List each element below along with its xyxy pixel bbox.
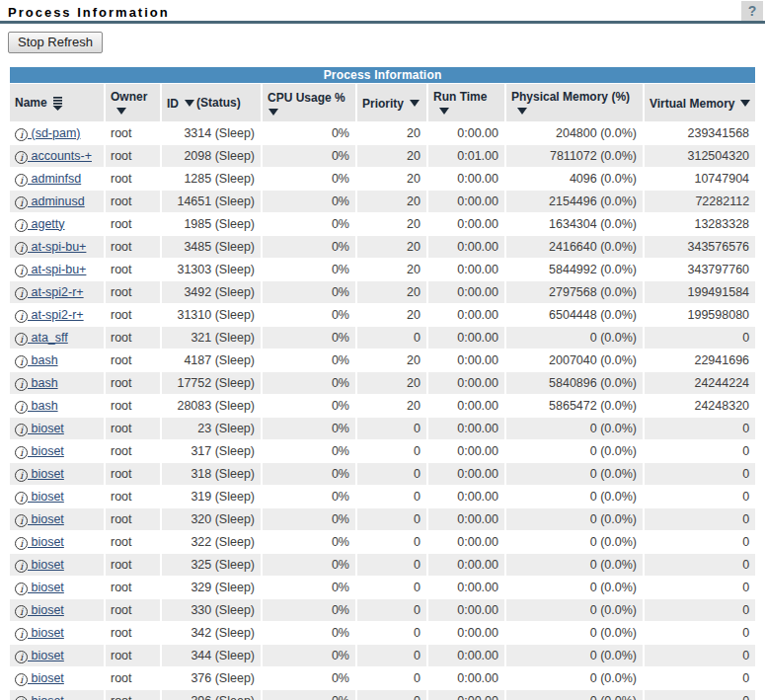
cell-id-status: 325 (Sleep) <box>162 554 261 576</box>
process-link[interactable]: bioset <box>28 581 64 594</box>
info-icon[interactable]: i <box>15 174 28 187</box>
cell-owner: root <box>106 486 160 507</box>
process-link[interactable]: adminusd <box>28 194 85 208</box>
column-header-priority[interactable]: Priority <box>357 84 426 121</box>
column-header-run-time[interactable]: Run Time <box>428 84 504 121</box>
process-link[interactable]: bash <box>28 376 58 390</box>
column-label-run-time: Run Time <box>433 89 487 103</box>
process-link[interactable]: at-spi2-r+ <box>28 285 84 299</box>
active-sort-desc-icon[interactable] <box>51 96 64 111</box>
column-header-name[interactable]: Name <box>10 84 104 121</box>
process-link[interactable]: at-spi2-r+ <box>28 308 84 322</box>
info-icon[interactable]: i <box>15 696 28 700</box>
column-header-id-status[interactable]: ID(Status) <box>162 84 261 121</box>
info-icon[interactable]: i <box>15 446 28 459</box>
info-icon[interactable]: i <box>15 401 28 414</box>
table-row: i adminfsdroot1285 (Sleep)0%200:00.00409… <box>10 168 755 190</box>
cell-cpu: 0% <box>263 259 355 280</box>
column-header-cpu-usage[interactable]: CPU Usage % <box>263 84 355 121</box>
help-icon[interactable]: ? <box>741 1 763 21</box>
cell-owner: root <box>106 236 160 258</box>
process-link[interactable]: (sd-pam) <box>28 126 80 140</box>
cell-owner: root <box>106 418 160 439</box>
cell-priority: 20 <box>357 259 426 280</box>
info-icon[interactable]: i <box>15 151 28 164</box>
process-link[interactable]: bioset <box>28 467 64 481</box>
cell-id-status: 4187 (Sleep) <box>162 350 261 371</box>
info-icon[interactable]: i <box>15 514 28 527</box>
cell-name: i bioset <box>10 463 104 485</box>
cell-id-status: 330 (Sleep) <box>162 599 261 621</box>
column-header-owner[interactable]: Owner <box>106 84 160 121</box>
process-link[interactable]: bash <box>28 353 58 367</box>
sort-desc-icon[interactable] <box>410 100 420 107</box>
cell-cpu: 0% <box>263 667 355 689</box>
info-icon[interactable]: i <box>15 583 28 595</box>
info-icon[interactable]: i <box>15 673 28 686</box>
process-link[interactable]: bioset <box>28 558 64 572</box>
table-row: i biosetroot325 (Sleep)0%00:00.000 (0.0%… <box>10 554 755 576</box>
info-icon[interactable]: i <box>15 265 28 277</box>
cell-id-status: 318 (Sleep) <box>162 463 261 485</box>
process-link[interactable]: bioset <box>28 490 64 504</box>
info-icon[interactable]: i <box>15 628 28 641</box>
process-link[interactable]: agetty <box>28 217 65 231</box>
process-link[interactable]: ata_sff <box>28 331 68 345</box>
process-link[interactable]: bioset <box>28 694 64 700</box>
cell-cpu: 0% <box>263 122 355 144</box>
process-link[interactable]: bioset <box>28 444 64 458</box>
cell-id-status: 321 (Sleep) <box>162 327 261 349</box>
process-link[interactable]: bioset <box>28 649 64 662</box>
process-link[interactable]: bioset <box>28 422 64 435</box>
process-link[interactable]: at-spi-bu+ <box>28 263 86 276</box>
process-link[interactable]: bash <box>28 399 58 413</box>
process-link[interactable]: bioset <box>28 603 64 617</box>
process-link[interactable]: adminfsd <box>28 172 81 186</box>
sort-desc-icon[interactable] <box>439 108 449 115</box>
cell-priority: 20 <box>357 281 426 303</box>
info-icon[interactable]: i <box>15 287 28 300</box>
column-header-virtual-memory[interactable]: Virtual Memory <box>645 84 755 121</box>
sort-desc-icon[interactable] <box>185 100 194 107</box>
cell-id-status: 376 (Sleep) <box>162 667 261 689</box>
sort-desc-icon[interactable] <box>517 108 527 115</box>
info-icon[interactable]: i <box>15 378 28 391</box>
info-icon[interactable]: i <box>15 492 28 505</box>
sort-desc-icon[interactable] <box>116 108 126 115</box>
sort-desc-icon[interactable] <box>740 100 750 107</box>
info-icon[interactable]: i <box>15 310 28 323</box>
info-icon[interactable]: i <box>15 424 28 436</box>
process-link[interactable]: accounts-+ <box>28 149 92 163</box>
process-link[interactable]: bioset <box>28 626 64 640</box>
cell-name: i bioset <box>10 645 104 666</box>
stop-refresh-button[interactable]: Stop Refresh <box>8 32 103 53</box>
info-icon[interactable]: i <box>15 605 28 618</box>
process-link[interactable]: bioset <box>28 671 64 685</box>
column-header-physical-memory[interactable]: Physical Memory (%) <box>506 84 643 121</box>
info-icon[interactable]: i <box>15 219 28 232</box>
cell-run-time: 0:00.00 <box>428 259 504 280</box>
info-icon[interactable]: i <box>15 128 28 141</box>
cell-name: i bioset <box>10 418 104 439</box>
info-icon[interactable]: i <box>15 333 28 346</box>
cell-priority: 0 <box>357 690 426 700</box>
cell-virtual-memory: 312504320 <box>645 145 755 167</box>
info-icon[interactable]: i <box>15 242 28 255</box>
cell-id-status: 322 (Sleep) <box>162 531 261 553</box>
process-link[interactable]: bioset <box>28 535 64 549</box>
info-icon[interactable]: i <box>15 196 28 209</box>
cell-virtual-memory: 343797760 <box>645 259 755 280</box>
info-icon[interactable]: i <box>15 355 28 368</box>
info-icon[interactable]: i <box>15 469 28 482</box>
cell-priority: 20 <box>357 395 426 417</box>
info-icon[interactable]: i <box>15 537 28 550</box>
cell-cpu: 0% <box>263 554 355 576</box>
cell-priority: 20 <box>357 145 426 167</box>
cell-owner: root <box>106 145 160 167</box>
sort-desc-icon[interactable] <box>268 109 278 116</box>
process-link[interactable]: at-spi-bu+ <box>28 240 86 254</box>
table-row: i accounts-+root2098 (Sleep)0%200:01.007… <box>10 145 755 167</box>
info-icon[interactable]: i <box>15 651 28 663</box>
process-link[interactable]: bioset <box>28 512 64 526</box>
info-icon[interactable]: i <box>15 560 28 573</box>
